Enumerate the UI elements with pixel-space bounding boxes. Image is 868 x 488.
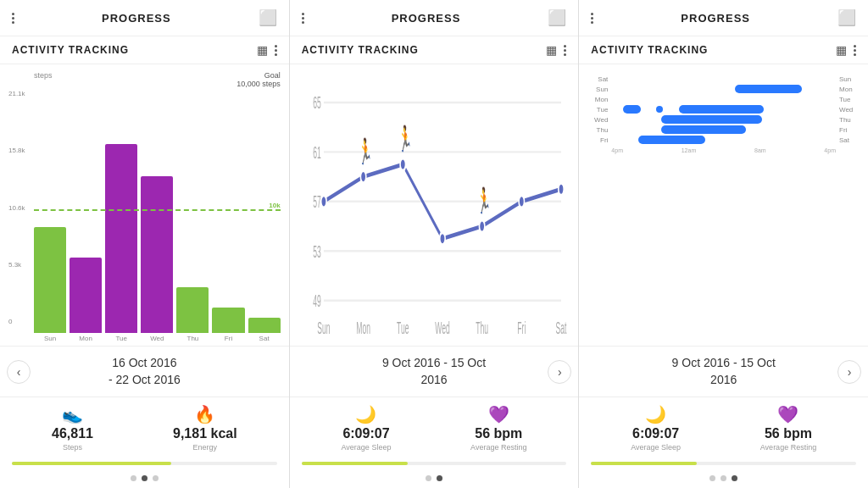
person-icon[interactable]: ⬜ [837,8,856,27]
bar [141,176,173,333]
y-label: 21.1k [8,90,25,97]
prev-btn[interactable]: ‹ [7,360,31,384]
activity-row: ACTIVITY TRACKING ▦ [579,36,868,64]
sleep-label-right: Sun [836,75,860,83]
x-label: 12am [682,147,697,153]
sleep-row: Mon Tue [587,95,860,103]
app-container: PROGRESS ⬜ ACTIVITY TRACKING ▦ steps Goa… [0,0,868,488]
dot-2[interactable] [732,475,737,481]
stat-item-1: 🔥 9,181 kcal Energy [173,404,237,452]
date-range: 9 Oct 2016 - 15 Oct2016 [618,355,829,388]
menu-icon[interactable] [302,13,304,24]
line-chart-svg: 6561575349 🏃🏃🏃 SunMonTueWedThuFriSat [298,71,570,342]
bar-label: Sat [259,335,270,342]
stats-row: 🌙 6:09:07 Average Sleep 💜 56 bpm Average… [579,396,868,458]
date-range: 16 Oct 2016- 22 Oct 2016 [39,355,250,388]
sleep-label-right: Fri [836,126,860,134]
activity-icons: ▦ [836,43,856,57]
stat-label-1: Average Resting [760,443,816,452]
dot-2[interactable] [153,475,159,481]
stat-value-1: 56 bpm [475,426,522,441]
next-btn[interactable]: › [837,360,861,384]
sleep-bar-container [611,125,836,134]
progress-bar-row [0,458,289,470]
goal-label: Goal [236,71,281,80]
bar-chart-icon[interactable]: ▦ [257,43,268,57]
bar [248,318,281,333]
sleep-row: Wed Thu [587,115,860,124]
sleep-chart-wrapper: Sat Sun Sun Mon Mon Tue Tue [587,71,860,342]
person-icon[interactable]: ⬜ [548,8,566,27]
dot-1[interactable] [437,475,442,481]
bar-group: Mon [70,90,102,342]
goal-marker: 10k [269,202,280,209]
stat-value-1: 9,181 kcal [173,426,237,441]
activity-title: ACTIVITY TRACKING [591,44,708,56]
more-icon[interactable] [564,45,566,56]
svg-point-15 [519,195,524,208]
svg-text:Thu: Thu [476,319,488,337]
dot-0[interactable] [709,475,715,481]
bar-chart-icon[interactable]: ▦ [836,43,847,57]
dot-1[interactable] [721,475,726,481]
bar-chart-icon[interactable]: ▦ [546,43,557,57]
stat-item-1: 💜 56 bpm Average Resting [760,404,816,452]
sleep-label-left: Wed [587,116,611,124]
chart-area: steps Goal 10,000 steps 21.1k15.8k10.6k5… [0,64,289,346]
sleep-bar-container [611,115,836,124]
dot-0[interactable] [426,475,431,481]
stat-icon-0: 🌙 [645,404,666,424]
svg-text:65: 65 [313,93,321,112]
progress-bar-fill [302,462,408,465]
sleep-row: Tue Wed [587,105,860,114]
sleep-bar [623,105,641,114]
bar [34,227,66,333]
sleep-bar [661,115,762,124]
sleep-bar-container [611,85,836,93]
sleep-label-right: Thu [836,116,860,124]
progress-bar-bg [12,462,277,465]
date-range: 9 Oct 2016 - 15 Oct2016 [329,355,540,388]
bar [70,258,102,333]
dot-1[interactable] [142,475,147,481]
panel-3: PROGRESS ⬜ ACTIVITY TRACKING ▦ Sat Sun [579,0,868,488]
panel-header: PROGRESS ⬜ [579,0,868,36]
menu-icon[interactable] [12,13,14,24]
sleep-label-left: Sun [587,86,611,93]
bar-group: Fri [212,90,244,342]
x-label: 4pm [824,147,836,153]
person-icon[interactable]: ⬜ [259,8,277,27]
dot-0[interactable] [131,475,136,481]
svg-point-11 [360,170,365,183]
svg-point-13 [439,232,444,245]
svg-text:61: 61 [313,143,321,162]
panel-header: PROGRESS ⬜ [290,0,579,36]
stat-label-0: Average Sleep [631,443,681,452]
x-label: 8am [754,147,766,153]
svg-point-16 [558,183,563,196]
header-title: PROGRESS [392,12,461,25]
more-icon[interactable] [854,45,856,56]
sleep-label-right: Tue [836,96,860,103]
chart-area: 6561575349 🏃🏃🏃 SunMonTueWedThuFriSat [290,64,579,346]
svg-text:57: 57 [313,192,321,211]
dots-row [579,470,868,488]
activity-row: ACTIVITY TRACKING ▦ [290,36,579,64]
stat-label-0: Steps [63,443,82,452]
sleep-label-right: Sat [836,136,860,144]
nav-row: ‹ 16 Oct 2016- 22 Oct 2016 [0,346,289,396]
more-icon[interactable] [275,45,277,56]
goal-value: 10,000 steps [236,80,281,88]
panel-header: PROGRESS ⬜ [0,0,289,36]
bar-label: Thu [187,335,199,342]
bar-chart-inner: 21.1k15.8k10.6k5.3k0 Sun Mon Tue [8,90,281,342]
sleep-bar [735,85,802,93]
sleep-label-right: Wed [836,106,860,114]
sleep-dot [656,106,663,113]
next-btn[interactable]: › [548,360,571,384]
progress-bar-row [579,458,868,470]
stats-row: 🌙 6:09:07 Average Sleep 💜 56 bpm Average… [290,396,579,458]
menu-icon[interactable] [591,13,593,24]
dots-row [0,470,289,488]
progress-bar-bg [591,462,856,465]
